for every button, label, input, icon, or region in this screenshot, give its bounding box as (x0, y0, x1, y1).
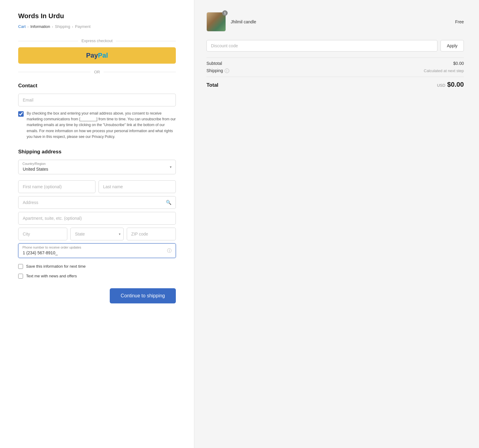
shipping-label-wrap: Shipping i (206, 68, 229, 73)
consent-row: By checking the box and entering your em… (18, 111, 176, 140)
country-select[interactable]: United States Canada United Kingdom (18, 160, 176, 174)
save-info-row: Save this information for next time (18, 264, 176, 269)
or-divider: OR (18, 70, 176, 74)
consent-text: By checking the box and entering your em… (27, 111, 176, 140)
phone-help-icon[interactable]: ⓘ (167, 248, 172, 253)
express-checkout-label: Express checkout (18, 38, 176, 43)
total-currency: USD (437, 83, 445, 88)
apply-discount-button[interactable]: Apply (440, 40, 464, 52)
phone-group: Phone number to receive order updates ⓘ (18, 243, 176, 258)
name-row (18, 177, 176, 193)
breadcrumb: Cart › Information › Shipping › Payment (18, 24, 176, 29)
right-panel: 1 Jhilmil candle Free Apply Subtotal $0.… (194, 0, 479, 448)
total-label: Total (206, 82, 218, 88)
breadcrumb-sep-1: › (28, 25, 29, 28)
continue-btn-row: Continue to shipping (18, 288, 176, 303)
state-select[interactable]: State California New York Texas (70, 228, 124, 240)
address-search-icon: 🔍 (166, 200, 172, 205)
shipping-label: Shipping (206, 68, 223, 73)
text-news-row: Text me with news and offers (18, 274, 176, 279)
paypal-button[interactable]: PayPal (18, 47, 176, 64)
product-image-wrap: 1 (206, 12, 226, 32)
subtotal-value: $0.00 (453, 61, 464, 66)
continue-to-shipping-button[interactable]: Continue to shipping (110, 288, 176, 303)
save-info-label: Save this information for next time (26, 264, 86, 269)
shipping-address-title: Shipping address (18, 149, 176, 155)
left-panel: Words In Urdu Cart › Information › Shipp… (0, 0, 194, 448)
shipping-row: Shipping i Calculated at next step (206, 68, 464, 73)
phone-field[interactable] (18, 243, 176, 258)
text-news-label: Text me with news and offers (26, 274, 77, 278)
product-price: Free (455, 19, 464, 24)
breadcrumb-sep-2: › (52, 25, 53, 28)
apt-field[interactable] (18, 212, 176, 225)
text-news-checkbox[interactable] (18, 274, 23, 279)
total-row: Total USD $0.00 (206, 77, 464, 89)
product-badge: 1 (222, 10, 228, 16)
breadcrumb-payment: Payment (75, 24, 90, 29)
first-name-group (18, 180, 95, 193)
first-name-field[interactable] (18, 180, 95, 193)
consent-checkbox[interactable] (18, 111, 24, 117)
city-state-zip-row: State California New York Texas ▾ (18, 228, 176, 240)
save-info-checkbox[interactable] (18, 264, 23, 269)
subtotal-row: Subtotal $0.00 (206, 61, 464, 66)
contact-title: Contact (18, 83, 176, 89)
breadcrumb-sep-3: › (72, 25, 73, 28)
state-group: State California New York Texas ▾ (70, 228, 124, 240)
breadcrumb-cart[interactable]: Cart (18, 24, 26, 29)
shipping-info-icon[interactable]: i (225, 69, 229, 73)
discount-row: Apply (206, 40, 464, 52)
subtotal-label: Subtotal (206, 61, 222, 66)
shipping-address-section: Shipping address Country/Region United S… (18, 149, 176, 258)
total-amount-wrap: USD $0.00 (437, 81, 464, 89)
store-title: Words In Urdu (18, 12, 176, 20)
product-name: Jhilmil candle (231, 19, 450, 24)
email-field[interactable] (18, 94, 176, 106)
city-field[interactable] (18, 228, 67, 240)
zip-group (127, 228, 176, 240)
paypal-logo: PayPal (86, 52, 108, 59)
or-text: OR (94, 70, 100, 74)
address-field[interactable] (18, 196, 176, 209)
country-select-wrapper: Country/Region United States Canada Unit… (18, 160, 176, 174)
summary-divider-top (206, 58, 464, 58)
contact-section: Contact By checking the box and entering… (18, 83, 176, 140)
breadcrumb-information: Information (30, 24, 50, 29)
shipping-value: Calculated at next step (424, 69, 464, 73)
zip-field[interactable] (127, 228, 176, 240)
total-amount: $0.00 (447, 81, 464, 89)
last-name-field[interactable] (99, 180, 176, 193)
city-group (18, 228, 67, 240)
breadcrumb-shipping: Shipping (55, 24, 70, 29)
product-row: 1 Jhilmil candle Free (206, 12, 464, 32)
discount-code-input[interactable] (206, 40, 437, 52)
address-group: 🔍 (18, 196, 176, 209)
last-name-group (99, 180, 176, 193)
apt-group (18, 212, 176, 225)
